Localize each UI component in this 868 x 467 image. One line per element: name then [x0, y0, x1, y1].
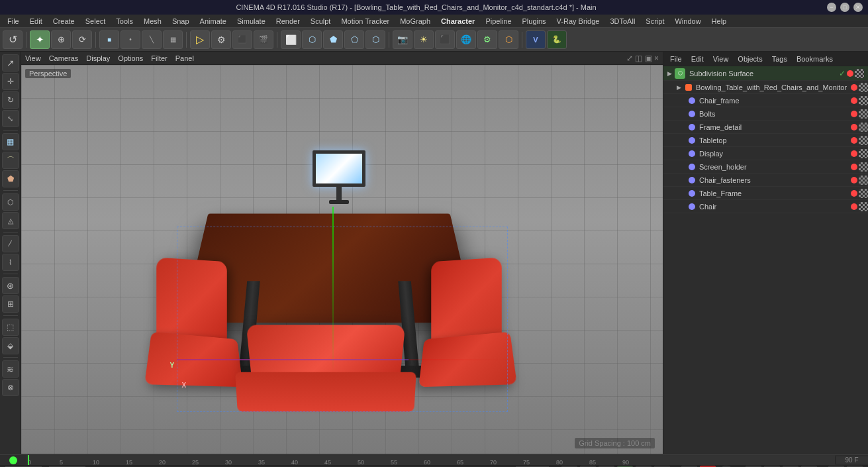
om-menu-objects[interactable]: Objects	[734, 54, 766, 64]
menu-snap[interactable]: Snap	[168, 16, 194, 26]
hair-button[interactable]: ≋	[2, 360, 19, 378]
menu-mograph[interactable]: MoGraph	[395, 16, 435, 26]
menu-3dtoall[interactable]: 3DToAll	[605, 16, 640, 26]
frame-detail-row[interactable]: Frame_detail	[663, 121, 868, 134]
minimize-button[interactable]: −	[827, 3, 836, 12]
tt-dot[interactable]	[851, 137, 857, 144]
disp-dot[interactable]	[851, 150, 857, 157]
render-view-button[interactable]: ▷	[190, 30, 210, 49]
mirror-button[interactable]: ⊞	[2, 295, 19, 313]
menu-select[interactable]: Select	[81, 16, 111, 26]
om-menu-edit[interactable]: Edit	[687, 54, 708, 64]
scale-tool-lt-button[interactable]: ⤡	[2, 110, 19, 127]
vp-menu-options[interactable]: Options	[118, 54, 143, 62]
edge-mode-button[interactable]: ╲	[142, 30, 162, 49]
cone-button[interactable]: ⬟	[323, 30, 343, 49]
om-menu-tags[interactable]: Tags	[768, 54, 791, 64]
menu-help[interactable]: Help	[707, 16, 732, 26]
point-mode-button[interactable]: •	[121, 30, 140, 49]
python-button[interactable]: 🐍	[547, 30, 567, 49]
bridge-button[interactable]: ⌇	[2, 254, 19, 271]
rotate-tool-lt-button[interactable]: ↻	[2, 91, 19, 109]
screen-holder-row[interactable]: Screen_holder	[663, 160, 868, 174]
close-button[interactable]: ✕	[853, 3, 863, 12]
extrude-button[interactable]: ⬡	[2, 193, 19, 211]
generator-button[interactable]: ⚙	[477, 30, 497, 49]
menu-plugins[interactable]: Plugins	[518, 16, 551, 26]
sphere-button[interactable]: ⬡	[302, 30, 322, 49]
display-row[interactable]: Display	[663, 147, 868, 160]
poly-mode-button[interactable]: ▦	[163, 30, 183, 49]
menu-vray[interactable]: V-Ray Bridge	[552, 16, 604, 26]
render-settings-button[interactable]: ⚙	[211, 30, 231, 49]
menu-animate[interactable]: Animate	[195, 16, 231, 26]
menu-edit[interactable]: Edit	[25, 16, 47, 26]
cloth-button[interactable]: ⊗	[2, 379, 19, 396]
om-menu-file[interactable]: File	[666, 54, 686, 64]
subdiv-vis-dot[interactable]	[847, 70, 853, 77]
maximize-button[interactable]: □	[840, 3, 849, 12]
om-menu-bookmarks[interactable]: Bookmarks	[793, 54, 837, 64]
vp-menu-cameras[interactable]: Cameras	[49, 54, 79, 62]
viewport-content[interactable]: Perspective	[21, 65, 663, 454]
menu-simulate[interactable]: Simulate	[232, 16, 270, 26]
om-menu-view[interactable]: View	[709, 54, 733, 64]
vp-menu-panel[interactable]: Panel	[175, 54, 194, 62]
vray-button[interactable]: V	[526, 30, 546, 49]
plane-button[interactable]: ⬡	[365, 30, 385, 49]
light-button[interactable]: ☀	[414, 30, 434, 49]
magnet-button[interactable]: ⊛	[2, 277, 19, 294]
vp-menu-display[interactable]: Display	[86, 54, 110, 62]
object-tool-button[interactable]: ▦	[2, 133, 19, 150]
cf-dot[interactable]	[851, 97, 857, 104]
vp-menu-view[interactable]: View	[25, 54, 41, 62]
undo-button[interactable]: ↺	[3, 30, 23, 49]
table-frame-row[interactable]: Table_Frame	[663, 187, 868, 200]
texture-button[interactable]: ⬚	[2, 319, 19, 336]
move-tool-button[interactable]: ✦	[30, 30, 50, 49]
spline-tool-button[interactable]: ⌒	[2, 152, 19, 169]
bevel-button[interactable]: ◬	[2, 212, 19, 229]
subdivision-surface-row[interactable]: ▶ ⬡ Subdivision Surface ✓	[663, 66, 868, 81]
sh-dot[interactable]	[851, 164, 857, 170]
bolts-dot[interactable]	[851, 111, 857, 117]
menu-create[interactable]: Create	[48, 16, 79, 26]
cfas-dot[interactable]	[851, 177, 857, 183]
chair-frame-row[interactable]: Chair_frame	[663, 94, 868, 107]
scale-tool-button[interactable]: ⊕	[51, 30, 71, 49]
model-mode-button[interactable]: ■	[99, 30, 119, 49]
deformer-button[interactable]: ⬡	[499, 30, 518, 49]
move-tool-lt-button[interactable]: ✛	[2, 73, 19, 90]
bowling-table-row[interactable]: ▶ Bowling_Table_with_Red_Chairs_and_Moni…	[663, 81, 868, 94]
menu-pipeline[interactable]: Pipeline	[481, 16, 516, 26]
knife-button[interactable]: ∕	[2, 235, 19, 252]
fd-dot[interactable]	[851, 124, 857, 130]
chair-row[interactable]: Chair	[663, 200, 868, 213]
cube-button[interactable]: ⬜	[281, 30, 301, 49]
select-tool-button[interactable]: ↗	[2, 54, 19, 72]
menu-tools[interactable]: Tools	[111, 16, 138, 26]
sky-button[interactable]: 🌐	[456, 30, 476, 49]
render-to-po-button[interactable]: ⬛	[232, 30, 252, 49]
menu-sculpt[interactable]: Sculpt	[306, 16, 336, 26]
menu-motion-tracker[interactable]: Motion Tracker	[336, 16, 394, 26]
vis-dot-bt[interactable]	[851, 84, 857, 91]
menu-window[interactable]: Window	[670, 16, 705, 26]
render-all-button[interactable]: 🎬	[254, 30, 273, 49]
timeline-ruler[interactable]: 0 5 10 15 20 25 30 35 40 45 50 55 60 65 …	[26, 454, 835, 466]
floor-button[interactable]: ⬛	[435, 30, 455, 49]
tabletop-row[interactable]: Tabletop	[663, 134, 868, 147]
chair-dot[interactable]	[851, 203, 857, 210]
cylinder-button[interactable]: ⬠	[344, 30, 364, 49]
tf-dot[interactable]	[851, 190, 857, 197]
menu-render[interactable]: Render	[271, 16, 305, 26]
uvw-button[interactable]: ⬙	[2, 337, 19, 354]
menu-character[interactable]: Character	[436, 16, 479, 26]
timeline[interactable]: 0 5 10 15 20 25 30 35 40 45 50 55 60 65 …	[0, 454, 868, 466]
bolts-row[interactable]: Bolts	[663, 107, 868, 121]
menu-script[interactable]: Script	[641, 16, 669, 26]
rotate-tool-button[interactable]: ⟳	[72, 30, 92, 49]
menu-mesh[interactable]: Mesh	[139, 16, 166, 26]
vp-menu-filter[interactable]: Filter	[151, 54, 167, 62]
menu-file[interactable]: File	[3, 16, 24, 26]
